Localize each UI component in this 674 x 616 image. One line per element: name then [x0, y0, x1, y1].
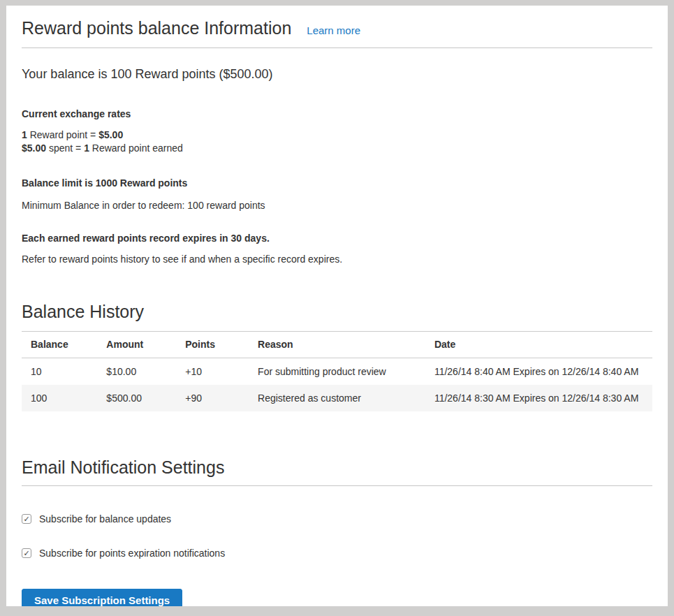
- learn-more-link[interactable]: Learn more: [307, 24, 360, 36]
- exchange-rates-heading: Current exchange rates: [22, 108, 652, 119]
- cell-amount: $10.00: [97, 358, 176, 386]
- column-header-reason: Reason: [249, 332, 425, 358]
- cell-date: 11/26/14 8:30 AM Expires on 12/26/14 8:3…: [425, 385, 652, 411]
- expiration-heading: Each earned reward points record expires…: [22, 233, 652, 244]
- rate2-mid: spent =: [46, 142, 84, 154]
- check-icon: ✓: [23, 549, 29, 557]
- column-header-amount: Amount: [97, 332, 176, 358]
- cell-points: +10: [176, 358, 249, 386]
- cell-balance: 100: [22, 385, 97, 411]
- rate2-points: 1: [84, 142, 89, 154]
- rate1-mid: Reward point =: [27, 129, 98, 140]
- column-header-balance: Balance: [22, 332, 97, 358]
- page-title: Reward points balance Information: [22, 18, 291, 38]
- email-settings-header: Email Notification Settings: [22, 457, 652, 486]
- expiration-notifications-label[interactable]: Subscribe for points expiration notifica…: [39, 548, 225, 559]
- expiration-notifications-checkbox[interactable]: ✓: [22, 548, 31, 558]
- column-header-date: Date: [425, 332, 652, 358]
- table-row: 100 $500.00 +90 Registered as customer 1…: [22, 385, 652, 411]
- subscribe-expiration-option: ✓ Subscribe for points expiration notifi…: [22, 548, 652, 559]
- balance-summary: Your balance is 100 Reward points ($500.…: [22, 67, 652, 82]
- balance-history-table: Balance Amount Points Reason Date 10 $10…: [22, 331, 652, 411]
- cell-amount: $500.00: [97, 385, 176, 411]
- subscribe-balance-option: ✓ Subscribe for balance updates: [22, 513, 652, 525]
- email-settings-heading: Email Notification Settings: [22, 457, 652, 478]
- rate1-points: 1: [22, 129, 27, 140]
- cell-reason: Registered as customer: [249, 385, 425, 411]
- balance-updates-checkbox[interactable]: ✓: [22, 514, 31, 524]
- minimum-balance-text: Minimum Balance in order to redeem: 100 …: [22, 200, 652, 211]
- table-header: Balance Amount Points Reason Date: [22, 332, 652, 358]
- exchange-rate-line-1: 1 Reward point = $5.00: [22, 129, 123, 140]
- cell-points: +90: [176, 385, 249, 411]
- table-row: 10 $10.00 +10 For submitting product rev…: [22, 358, 652, 386]
- cell-date: 11/26/14 8:40 AM Expires on 12/26/14 8:4…: [425, 358, 652, 386]
- cell-balance: 10: [22, 358, 97, 386]
- rate2-tail: Reward point earned: [89, 142, 183, 154]
- balance-limit-text: Balance limit is 1000 Reward points: [22, 177, 652, 189]
- expiration-note: Refer to reward points history to see if…: [22, 254, 652, 265]
- rate1-value: $5.00: [98, 129, 123, 140]
- check-icon: ✓: [23, 515, 29, 522]
- exchange-rate-lines: 1 Reward point = $5.00 $5.00 spent = 1 R…: [22, 129, 652, 155]
- exchange-rate-line-2: $5.00 spent = 1 Reward point earned: [22, 142, 183, 154]
- page-header: Reward points balance Information Learn …: [22, 18, 652, 48]
- save-subscription-button[interactable]: Save Subscription Settings: [22, 589, 182, 606]
- balance-history-heading: Balance History: [22, 302, 652, 322]
- balance-updates-label[interactable]: Subscribe for balance updates: [39, 513, 171, 525]
- reward-points-page: Reward points balance Information Learn …: [6, 6, 668, 606]
- rate2-value: $5.00: [22, 142, 46, 154]
- column-header-points: Points: [176, 332, 249, 358]
- cell-reason: For submitting product review: [249, 358, 425, 386]
